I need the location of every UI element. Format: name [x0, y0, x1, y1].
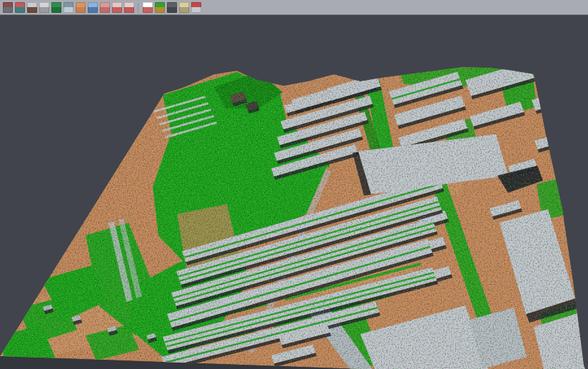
globe-view-icon[interactable]: [88, 2, 98, 13]
clip-box-icon[interactable]: [3, 2, 13, 13]
toolbar-separator: [138, 3, 138, 13]
classify-points-icon[interactable]: [15, 2, 25, 13]
checker-texture-icon[interactable]: [143, 2, 153, 13]
class-list-icon[interactable]: [100, 2, 110, 13]
sphere-view-icon[interactable]: [167, 2, 177, 13]
flag-tool-icon[interactable]: [191, 2, 201, 13]
point-cloud-scene: [0, 16, 588, 369]
hourglass-tool-icon[interactable]: [179, 2, 189, 13]
profile-view-icon[interactable]: [64, 2, 74, 13]
low-points-icon[interactable]: [39, 2, 49, 13]
app-window: { "app": { "name": "point-cloud-classifi…: [0, 0, 588, 369]
toolbar: [0, 0, 588, 15]
viewport-3d[interactable]: [0, 16, 588, 369]
vegetation-class-icon[interactable]: [51, 2, 61, 13]
ground-surface-icon[interactable]: [27, 2, 37, 13]
zoom-extent-icon[interactable]: [124, 2, 134, 13]
classification-colors-icon[interactable]: [155, 2, 165, 13]
circle-selection-icon[interactable]: [112, 2, 122, 13]
orthophoto-icon[interactable]: [76, 2, 86, 13]
